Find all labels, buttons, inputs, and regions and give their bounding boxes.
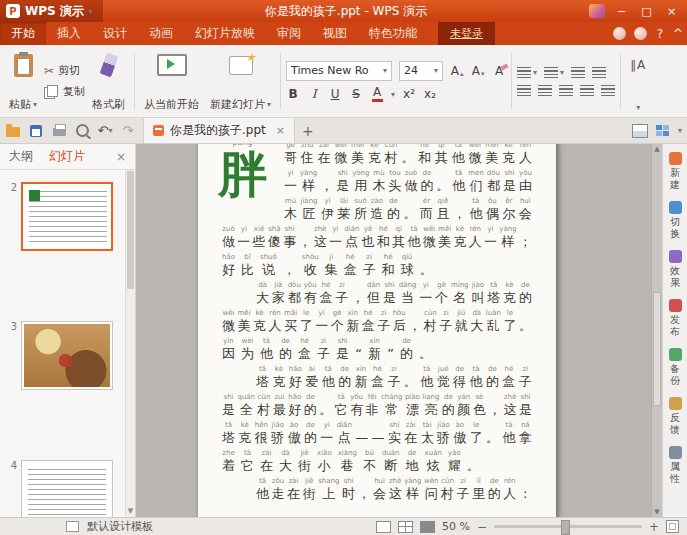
scroll-down-icon[interactable]: ▼ bbox=[652, 507, 662, 517]
slide-canvas[interactable]: pàng 胖 gē哥zhù住zài在wēi微měi美kè克cūn村 。hé和qí… bbox=[136, 144, 662, 517]
sidebar-item-publish[interactable]: 发布 bbox=[669, 299, 682, 338]
numbered-list-button[interactable]: ▾ bbox=[544, 67, 564, 78]
slideshow-view-icon[interactable] bbox=[420, 521, 435, 533]
slide-thumbnail-4[interactable] bbox=[21, 460, 113, 517]
strikethrough-button[interactable]: S bbox=[349, 87, 363, 101]
share-icon[interactable] bbox=[634, 27, 647, 40]
zoom-slider[interactable] bbox=[494, 525, 642, 528]
distribute-button[interactable] bbox=[601, 85, 615, 96]
underline-button[interactable]: U bbox=[328, 87, 342, 101]
hanzi: ， bbox=[408, 318, 421, 333]
tab-outline[interactable]: 大纲 bbox=[9, 148, 33, 165]
copy-button[interactable]: 复制 bbox=[44, 84, 85, 99]
play-from-current-button[interactable]: 从当前开始 bbox=[140, 48, 203, 114]
slide-thumbnail-3[interactable] bbox=[21, 321, 113, 390]
skin-switch-icon[interactable] bbox=[589, 4, 605, 18]
close-panel-icon[interactable]: × bbox=[116, 150, 126, 164]
pinyin: mù bbox=[373, 169, 384, 178]
panel-scrollbar[interactable]: ▼ bbox=[125, 170, 135, 517]
chevron-down-icon[interactable]: ▾ bbox=[391, 90, 395, 99]
pinyin: cūn bbox=[441, 477, 454, 486]
close-tab-icon[interactable]: × bbox=[276, 124, 285, 137]
decrease-font-button[interactable]: A▾ bbox=[471, 64, 485, 78]
paste-button[interactable]: 粘贴▾ bbox=[5, 48, 41, 114]
bullet-list-button[interactable]: ▾ bbox=[517, 67, 537, 78]
slide-page[interactable]: pàng 胖 gē哥zhù住zài在wēi微měi美kè克cūn村 。hé和qí… bbox=[198, 144, 556, 517]
sidebar-item-effect[interactable]: 效果 bbox=[669, 250, 682, 289]
print-button[interactable] bbox=[51, 122, 67, 140]
align-center-button[interactable] bbox=[538, 85, 552, 96]
help-icon[interactable]: ? bbox=[651, 22, 669, 45]
sidebar-item-backup[interactable]: 备份 bbox=[669, 348, 682, 387]
font-name-select[interactable]: Times New Ro▾ bbox=[286, 61, 392, 81]
sidebar-item-properties[interactable]: 属性 bbox=[669, 446, 682, 485]
tab-slides[interactable]: 幻灯片 bbox=[49, 148, 85, 165]
sidebar-item-transition[interactable]: 切换 bbox=[669, 201, 682, 240]
view-switch-button[interactable] bbox=[655, 122, 671, 140]
maximize-button[interactable]: □ bbox=[634, 3, 659, 20]
app-menu-button[interactable]: P WPS 演示 ▾ bbox=[0, 0, 103, 22]
superscript-button[interactable]: x² bbox=[402, 87, 416, 101]
ribbon-tab-features[interactable]: 特色功能 bbox=[358, 22, 428, 45]
panel-scrollbar-thumb[interactable] bbox=[127, 171, 134, 289]
canvas-scrollbar[interactable]: ▲ ▼ bbox=[651, 144, 662, 517]
scroll-up-icon[interactable]: ▲ bbox=[652, 144, 662, 154]
italic-button[interactable]: I bbox=[307, 87, 321, 101]
magnifier-icon bbox=[76, 124, 89, 137]
format-painter-button[interactable]: 格式刷 bbox=[88, 48, 129, 114]
subscript-button[interactable]: x₂ bbox=[423, 87, 437, 101]
justify-button[interactable] bbox=[580, 85, 594, 96]
ribbon-tab-design[interactable]: 设计 bbox=[92, 22, 138, 45]
collapse-ribbon-icon[interactable]: ^ bbox=[669, 22, 687, 45]
ribbon-tab-slideshow[interactable]: 幻灯片放映 bbox=[184, 22, 266, 45]
open-folder-button[interactable] bbox=[5, 122, 21, 140]
close-button[interactable]: × bbox=[659, 3, 684, 20]
cut-button[interactable]: ✂剪切 bbox=[44, 63, 85, 78]
more-dropdown-icon[interactable]: ▾ bbox=[678, 126, 682, 135]
story-text: gē哥zhù住zài在wēi微měi美kè克cūn村 。hé和qí其tā他wēi… bbox=[222, 144, 532, 501]
canvas-scrollbar-thumb[interactable] bbox=[653, 292, 661, 406]
increase-font-button[interactable]: A▴ bbox=[450, 64, 464, 78]
undo-history-dropdown-icon[interactable]: ▾ bbox=[108, 126, 112, 135]
save-button[interactable] bbox=[28, 122, 44, 140]
decrease-indent-button[interactable] bbox=[571, 67, 585, 78]
zoom-in-button[interactable]: + bbox=[649, 520, 659, 534]
login-button[interactable]: 未登录 bbox=[438, 22, 495, 45]
presentation-file-icon bbox=[153, 125, 164, 136]
document-tab[interactable]: 你是我的孩子.ppt × bbox=[143, 118, 295, 143]
align-left-button[interactable] bbox=[517, 85, 531, 96]
print-preview-button[interactable] bbox=[74, 122, 90, 140]
slide-thumbnail-2[interactable] bbox=[21, 182, 113, 251]
slide-sorter-icon[interactable] bbox=[398, 521, 413, 533]
bold-button[interactable]: B bbox=[286, 87, 300, 101]
font-color-button[interactable]: A bbox=[370, 87, 384, 102]
increase-indent-button[interactable] bbox=[592, 67, 606, 78]
char-block: shì是 bbox=[519, 393, 532, 417]
text-columns-button[interactable]: ∥A ▾ bbox=[626, 48, 650, 114]
wps-cloud-icon[interactable] bbox=[613, 27, 626, 40]
ribbon-tab-home[interactable]: 开始 bbox=[0, 22, 46, 45]
redo-button[interactable]: ↷ bbox=[120, 122, 136, 140]
normal-view-icon[interactable] bbox=[376, 521, 391, 533]
ribbon-tab-animation[interactable]: 动画 bbox=[138, 22, 184, 45]
zoom-slider-thumb[interactable] bbox=[561, 520, 570, 535]
sidebar-item-feedback[interactable]: 反馈 bbox=[669, 397, 682, 436]
clear-format-button[interactable]: A bbox=[492, 64, 506, 78]
zoom-out-button[interactable]: − bbox=[477, 520, 487, 534]
tools-button[interactable] bbox=[632, 122, 648, 140]
align-right-button[interactable] bbox=[559, 85, 573, 96]
ribbon-tab-view[interactable]: 视图 bbox=[312, 22, 358, 45]
minimize-button[interactable]: ─ bbox=[609, 3, 634, 20]
new-slide-button[interactable]: ★ 新建幻灯片▾ bbox=[206, 48, 275, 114]
hanzi: ； bbox=[519, 234, 532, 249]
new-tab-button[interactable]: + bbox=[302, 123, 314, 139]
char-block: qí其 bbox=[435, 144, 448, 165]
sidebar-item-new-slide[interactable]: 新建 bbox=[669, 152, 682, 191]
fit-window-icon[interactable] bbox=[666, 520, 679, 533]
hanzi: 是 bbox=[383, 290, 396, 305]
ribbon-tab-review[interactable]: 审阅 bbox=[266, 22, 312, 45]
undo-button[interactable]: ↶▾ bbox=[97, 122, 113, 140]
scroll-down-icon[interactable]: ▼ bbox=[126, 506, 135, 517]
font-size-select[interactable]: 24▾ bbox=[399, 61, 443, 81]
ribbon-tab-insert[interactable]: 插入 bbox=[46, 22, 92, 45]
